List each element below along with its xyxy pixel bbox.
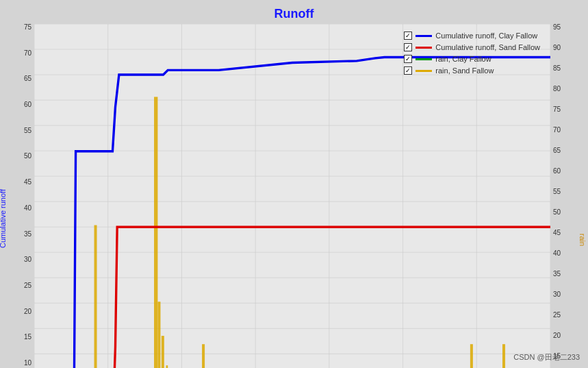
y-right-tick-90: 90 [553,45,561,51]
legend-item-sand-cum: ✓ Cumulative runoff, Sand Fallow [404,43,540,51]
y-axis-left: Cumulative runoff 7570656055504540353025… [0,24,34,368]
y-right-tick-60: 60 [553,168,561,175]
legend-check-clay-cum[interactable]: ✓ [404,32,412,40]
y-right-tick-75: 75 [553,106,561,113]
legend-label-sand-cum: Cumulative runoff, Sand Fallow [435,43,540,51]
legend-item-clay-cum: ✓ Cumulative runoff, Clay Fallow [404,32,540,40]
legend-check-rain-sand[interactable]: ✓ [404,66,412,75]
y-left-tick-10: 10 [24,360,31,367]
y-left-tick-45: 45 [24,179,31,186]
y-right-tick-25: 25 [553,312,561,319]
y-axis-right: 95 90 85 80 75 70 65 60 55 50 45 40 35 3… [550,24,588,368]
legend-label-rain-clay: rain, Clay Fallow [435,55,491,63]
chart-title: Runoff [274,7,314,21]
y-right-tick-20: 20 [553,332,561,339]
legend-label-clay-cum: Cumulative runoff, Clay Fallow [435,32,537,40]
y-right-tick-85: 85 [553,65,561,72]
svg-rect-38 [154,97,157,368]
y-left-tick-40: 40 [24,205,31,212]
y-left-tick-20: 20 [24,308,31,315]
watermark: CSDN @田老二233 [513,352,580,363]
y-left-tick-50: 50 [24,153,31,160]
y-left-tick-65: 65 [24,75,31,82]
legend-label-rain-sand: rain, Sand Fallow [435,66,494,75]
y-left-tick-25: 25 [24,282,31,289]
y-left-tick-55: 55 [24,127,31,134]
y-right-tick-35: 35 [553,271,561,278]
legend-item-rain-clay: ✓ rain, Clay Fallow [404,55,540,63]
svg-rect-39 [157,302,160,368]
y-right-tick-70: 70 [553,127,561,134]
legend-check-sand-cum[interactable]: ✓ [404,43,412,51]
svg-rect-46 [202,344,205,368]
y-left-tick-15: 15 [24,334,31,341]
y-left-tick-70: 70 [24,50,31,57]
svg-rect-32 [94,225,97,368]
svg-rect-41 [166,365,168,368]
y-right-tick-55: 55 [553,188,561,195]
y-axis-left-label: Cumulative runoff [0,189,7,248]
y-right-ticks: 95 90 85 80 75 70 65 60 55 50 45 40 35 3… [553,24,573,368]
legend-line-red [416,47,432,49]
legend: ✓ Cumulative runoff, Clay Fallow ✓ Cumul… [397,27,547,82]
legend-line-orange [416,70,432,72]
y-right-tick-30: 30 [553,291,561,298]
legend-item-rain-sand: ✓ rain, Sand Fallow [404,66,540,75]
y-right-tick-50: 50 [553,209,561,216]
legend-check-rain-clay[interactable]: ✓ [404,55,412,63]
chart-container: Runoff Cumulative runoff 757065605550454… [0,0,588,368]
legend-line-green [416,58,432,60]
y-right-tick-95: 95 [553,24,561,31]
y-left-tick-75: 75 [24,24,31,31]
y-right-tick-65: 65 [553,147,561,154]
legend-line-blue [416,35,432,37]
y-left-tick-30: 30 [24,256,31,263]
y-right-tick-45: 45 [553,230,561,236]
y-axis-right-label: rain [578,234,587,246]
y-right-tick-80: 80 [553,86,561,93]
svg-rect-40 [162,336,164,368]
y-left-tick-35: 35 [24,231,31,238]
svg-rect-76 [502,344,505,368]
y-axis-left-ticks: 757065605550454035302520151050 [3,24,31,368]
y-right-tick-40: 40 [553,250,561,257]
y-left-tick-60: 60 [24,101,31,108]
svg-rect-71 [470,344,473,368]
